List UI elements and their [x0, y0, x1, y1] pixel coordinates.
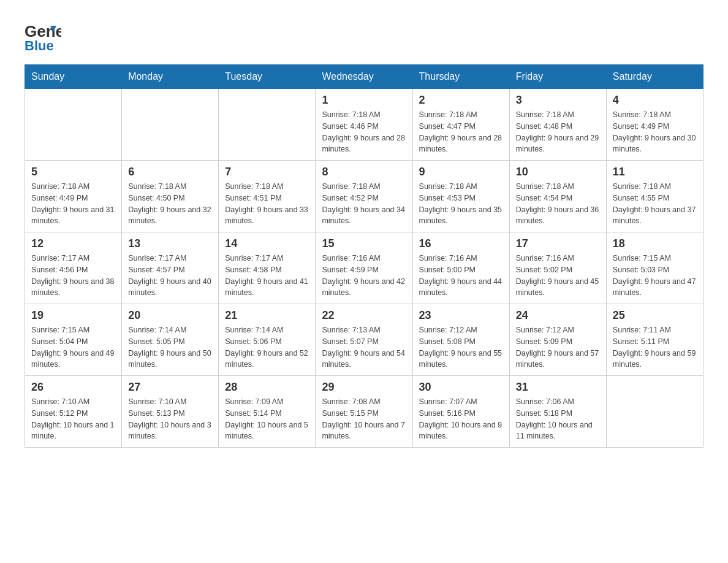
page-header: General Blue [25, 18, 703, 52]
calendar-cell: 4Sunrise: 7:18 AM Sunset: 4:49 PM Daylig… [606, 89, 703, 161]
day-number: 26 [31, 381, 115, 394]
calendar-cell: 14Sunrise: 7:17 AM Sunset: 4:58 PM Dayli… [219, 232, 316, 304]
day-info: Sunrise: 7:18 AM Sunset: 4:46 PM Dayligh… [322, 109, 406, 155]
day-info: Sunrise: 7:18 AM Sunset: 4:50 PM Dayligh… [128, 181, 212, 227]
day-info: Sunrise: 7:18 AM Sunset: 4:49 PM Dayligh… [31, 181, 115, 227]
calendar-cell: 20Sunrise: 7:14 AM Sunset: 5:05 PM Dayli… [122, 304, 219, 376]
header-day-saturday: Saturday [606, 65, 703, 89]
svg-text:Blue: Blue [25, 38, 54, 52]
calendar-cell: 30Sunrise: 7:07 AM Sunset: 5:16 PM Dayli… [412, 376, 509, 448]
day-number: 13 [128, 237, 212, 250]
day-number: 3 [516, 94, 600, 107]
day-number: 23 [419, 309, 503, 322]
calendar-cell: 15Sunrise: 7:16 AM Sunset: 4:59 PM Dayli… [316, 232, 412, 304]
day-info: Sunrise: 7:16 AM Sunset: 5:02 PM Dayligh… [516, 253, 600, 299]
calendar-cell: 3Sunrise: 7:18 AM Sunset: 4:48 PM Daylig… [509, 89, 606, 161]
day-number: 5 [31, 166, 115, 178]
day-info: Sunrise: 7:12 AM Sunset: 5:08 PM Dayligh… [419, 324, 503, 370]
calendar-cell: 6Sunrise: 7:18 AM Sunset: 4:50 PM Daylig… [122, 161, 219, 232]
calendar-cell: 18Sunrise: 7:15 AM Sunset: 5:03 PM Dayli… [606, 232, 703, 304]
calendar-cell: 12Sunrise: 7:17 AM Sunset: 4:56 PM Dayli… [25, 232, 122, 304]
day-info: Sunrise: 7:15 AM Sunset: 5:03 PM Dayligh… [613, 253, 697, 299]
calendar-cell: 24Sunrise: 7:12 AM Sunset: 5:09 PM Dayli… [509, 304, 606, 376]
header-day-friday: Friday [509, 65, 606, 89]
day-number: 12 [31, 237, 115, 250]
day-info: Sunrise: 7:18 AM Sunset: 4:55 PM Dayligh… [613, 181, 697, 227]
calendar-cell: 16Sunrise: 7:16 AM Sunset: 5:00 PM Dayli… [412, 232, 509, 304]
day-number: 11 [613, 166, 697, 178]
day-number: 19 [31, 309, 115, 322]
day-number: 22 [322, 309, 406, 322]
week-row-3: 12Sunrise: 7:17 AM Sunset: 4:56 PM Dayli… [25, 232, 703, 304]
day-number: 28 [225, 381, 309, 394]
week-row-5: 26Sunrise: 7:10 AM Sunset: 5:12 PM Dayli… [25, 376, 703, 448]
day-info: Sunrise: 7:17 AM Sunset: 4:57 PM Dayligh… [128, 253, 212, 299]
header-day-sunday: Sunday [25, 65, 122, 89]
calendar-cell [219, 89, 316, 161]
calendar-cell: 9Sunrise: 7:18 AM Sunset: 4:53 PM Daylig… [412, 161, 509, 232]
day-info: Sunrise: 7:17 AM Sunset: 4:58 PM Dayligh… [225, 253, 309, 299]
calendar-cell: 22Sunrise: 7:13 AM Sunset: 5:07 PM Dayli… [316, 304, 412, 376]
logo-icon: General Blue [25, 18, 61, 52]
day-number: 7 [225, 166, 309, 178]
calendar-cell: 10Sunrise: 7:18 AM Sunset: 4:54 PM Dayli… [509, 161, 606, 232]
day-number: 9 [419, 166, 503, 178]
calendar-cell: 23Sunrise: 7:12 AM Sunset: 5:08 PM Dayli… [412, 304, 509, 376]
calendar-cell: 1Sunrise: 7:18 AM Sunset: 4:46 PM Daylig… [316, 89, 412, 161]
calendar-cell: 17Sunrise: 7:16 AM Sunset: 5:02 PM Dayli… [509, 232, 606, 304]
day-info: Sunrise: 7:08 AM Sunset: 5:15 PM Dayligh… [322, 396, 406, 442]
calendar-cell: 25Sunrise: 7:11 AM Sunset: 5:11 PM Dayli… [606, 304, 703, 376]
day-number: 30 [419, 381, 503, 394]
day-info: Sunrise: 7:17 AM Sunset: 4:56 PM Dayligh… [31, 253, 115, 299]
day-info: Sunrise: 7:18 AM Sunset: 4:51 PM Dayligh… [225, 181, 309, 227]
header-day-tuesday: Tuesday [219, 65, 316, 89]
calendar-cell: 13Sunrise: 7:17 AM Sunset: 4:57 PM Dayli… [122, 232, 219, 304]
day-number: 21 [225, 309, 309, 322]
day-info: Sunrise: 7:13 AM Sunset: 5:07 PM Dayligh… [322, 324, 406, 370]
day-number: 18 [613, 237, 697, 250]
day-number: 2 [419, 94, 503, 107]
day-info: Sunrise: 7:11 AM Sunset: 5:11 PM Dayligh… [613, 324, 697, 370]
day-number: 10 [516, 166, 600, 178]
calendar-cell [606, 376, 703, 448]
calendar-cell: 8Sunrise: 7:18 AM Sunset: 4:52 PM Daylig… [316, 161, 412, 232]
day-number: 4 [613, 94, 697, 107]
day-number: 24 [516, 309, 600, 322]
day-number: 31 [516, 381, 600, 394]
week-row-1: 1Sunrise: 7:18 AM Sunset: 4:46 PM Daylig… [25, 89, 703, 161]
calendar-table: SundayMondayTuesdayWednesdayThursdayFrid… [25, 64, 703, 448]
calendar-cell: 2Sunrise: 7:18 AM Sunset: 4:47 PM Daylig… [412, 89, 509, 161]
calendar-cell: 5Sunrise: 7:18 AM Sunset: 4:49 PM Daylig… [25, 161, 122, 232]
day-info: Sunrise: 7:10 AM Sunset: 5:12 PM Dayligh… [31, 396, 115, 442]
calendar-cell: 28Sunrise: 7:09 AM Sunset: 5:14 PM Dayli… [219, 376, 316, 448]
calendar-cell [122, 89, 219, 161]
day-info: Sunrise: 7:12 AM Sunset: 5:09 PM Dayligh… [516, 324, 600, 370]
header-day-monday: Monday [122, 65, 219, 89]
header-day-wednesday: Wednesday [316, 65, 412, 89]
calendar-cell: 31Sunrise: 7:06 AM Sunset: 5:18 PM Dayli… [509, 376, 606, 448]
day-info: Sunrise: 7:06 AM Sunset: 5:18 PM Dayligh… [516, 396, 600, 442]
day-info: Sunrise: 7:14 AM Sunset: 5:05 PM Dayligh… [128, 324, 212, 370]
calendar-cell: 27Sunrise: 7:10 AM Sunset: 5:13 PM Dayli… [122, 376, 219, 448]
week-row-2: 5Sunrise: 7:18 AM Sunset: 4:49 PM Daylig… [25, 161, 703, 232]
day-info: Sunrise: 7:15 AM Sunset: 5:04 PM Dayligh… [31, 324, 115, 370]
calendar-cell: 26Sunrise: 7:10 AM Sunset: 5:12 PM Dayli… [25, 376, 122, 448]
day-number: 14 [225, 237, 309, 250]
day-info: Sunrise: 7:18 AM Sunset: 4:48 PM Dayligh… [516, 109, 600, 155]
day-number: 25 [613, 309, 697, 322]
day-info: Sunrise: 7:18 AM Sunset: 4:47 PM Dayligh… [419, 109, 503, 155]
day-number: 17 [516, 237, 600, 250]
day-info: Sunrise: 7:18 AM Sunset: 4:53 PM Dayligh… [419, 181, 503, 227]
week-row-4: 19Sunrise: 7:15 AM Sunset: 5:04 PM Dayli… [25, 304, 703, 376]
calendar-cell: 19Sunrise: 7:15 AM Sunset: 5:04 PM Dayli… [25, 304, 122, 376]
day-number: 20 [128, 309, 212, 322]
calendar-cell: 29Sunrise: 7:08 AM Sunset: 5:15 PM Dayli… [316, 376, 412, 448]
calendar-cell: 7Sunrise: 7:18 AM Sunset: 4:51 PM Daylig… [219, 161, 316, 232]
calendar-cell: 21Sunrise: 7:14 AM Sunset: 5:06 PM Dayli… [219, 304, 316, 376]
day-info: Sunrise: 7:16 AM Sunset: 4:59 PM Dayligh… [322, 253, 406, 299]
day-info: Sunrise: 7:07 AM Sunset: 5:16 PM Dayligh… [419, 396, 503, 442]
header-day-thursday: Thursday [412, 65, 509, 89]
calendar-cell [25, 89, 122, 161]
day-number: 27 [128, 381, 212, 394]
calendar-cell: 11Sunrise: 7:18 AM Sunset: 4:55 PM Dayli… [606, 161, 703, 232]
